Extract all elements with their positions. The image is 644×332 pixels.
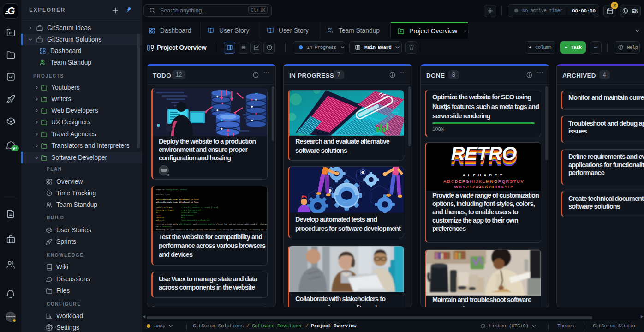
svg-text:GNU/GPL lynx: GNU/GPL lynx — [156, 194, 170, 196]
svg-text:Functions:: Functions: — [156, 204, 167, 206]
svg-text:License:: License: — [156, 217, 165, 218]
svg-text:Jump to: navigation, search: Jump to: navigation, search — [156, 189, 187, 191]
svg-text:Browsing in Lynx consists of h: Browsing in Lynx consists of highlightin… — [156, 229, 267, 231]
svg-text:Wikipedia Main Page displayed: Wikipedia Main Page displayed in lynx — [156, 199, 199, 200]
svg-text:OS:: OS: — [156, 211, 160, 213]
svg-text:cell terminals.: cell terminals. — [156, 226, 173, 228]
svg-text:Wikipedia Main Page displayed: Wikipedia Main Page displayed in lynx — [156, 201, 199, 203]
svg-text:Preview release:: Preview release: — [156, 209, 174, 211]
svg-text:GPL: GPL — [181, 217, 185, 218]
svg-text:Type:: Type: — [156, 214, 162, 216]
svg-text:Lynx is a text-only web browse: Lynx is a text-only web browser and Inte… — [156, 223, 267, 225]
svg-text:Former Dialog: Former Dialog — [181, 204, 197, 206]
svg-text:Cross-platform: Cross-platform — [181, 211, 198, 213]
svg-text:lynx.invisible-island.net: lynx.invisible-island.net — [181, 219, 210, 221]
svg-text:Website:: Website: — [156, 219, 165, 221]
svg-text:2.9.x (29-11-+-4): 2.9.x (29-11-+-4) — [181, 209, 201, 211]
svg-text:Web browser: Web browser — [181, 214, 194, 216]
svg-text:2.8.9 (8 January 4, 2024) [T+-: 2.8.9 (8 January 4, 2024) [T+-4] — [181, 207, 218, 209]
svg-text:Stable release:: Stable release: — [156, 207, 173, 209]
